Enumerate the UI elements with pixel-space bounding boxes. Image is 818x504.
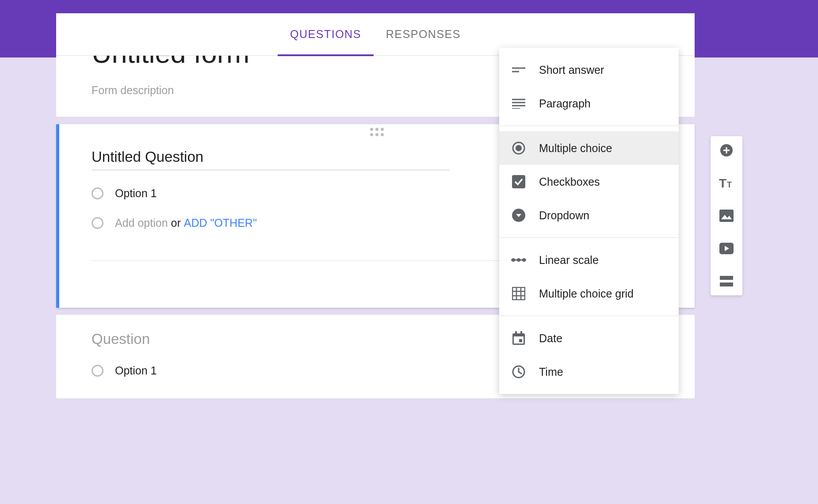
add-section-button[interactable] [719,273,734,289]
type-option-dropdown[interactable]: Dropdown [499,199,679,232]
radio-icon [92,187,103,199]
type-label: Dropdown [539,209,589,222]
type-label: Date [539,332,562,345]
type-label: Multiple choice grid [539,287,634,300]
svg-rect-34 [719,210,734,222]
type-option-grid[interactable]: Multiple choice grid [499,277,679,310]
type-option-linear-scale[interactable]: Linear scale [499,243,679,277]
svg-point-13 [512,258,515,262]
type-label: Multiple choice [539,142,612,155]
option-label: Option 1 [115,364,157,377]
text-icon: TT [719,177,734,189]
drag-handle-icon [370,128,384,136]
question-title-input[interactable] [92,149,450,170]
type-option-paragraph[interactable]: Paragraph [499,87,679,120]
type-option-checkboxes[interactable]: Checkboxes [499,165,679,199]
svg-point-15 [522,258,526,262]
type-label: Short answer [539,64,604,76]
question-type-dropdown: Short answer Paragraph Multiple choice C… [499,48,679,394]
clock-icon [511,364,527,380]
svg-text:T: T [727,180,732,189]
tab-questions[interactable]: QUESTIONS [278,13,374,56]
image-icon [719,210,734,222]
type-label: Time [539,366,563,378]
add-other-button[interactable]: ADD "OTHER" [184,217,257,229]
radio-icon [92,365,103,377]
add-image-button[interactable] [719,208,734,224]
svg-rect-37 [720,283,733,286]
radio-selected-icon [511,140,527,156]
svg-point-14 [517,258,520,262]
add-video-button[interactable] [719,241,734,256]
svg-rect-16 [512,287,525,300]
svg-rect-25 [519,339,522,342]
or-text: or [171,217,181,229]
type-option-date[interactable]: Date [499,321,679,355]
type-label: Paragraph [539,97,591,110]
add-option-button[interactable]: Add option [115,217,168,229]
calendar-icon [511,330,527,346]
linear-scale-icon [511,252,527,268]
paragraph-icon [511,95,527,111]
svg-rect-10 [512,175,525,188]
radio-icon [92,217,103,229]
svg-point-9 [516,145,522,151]
plus-circle-icon [719,143,734,157]
type-option-short-answer[interactable]: Short answer [499,53,679,87]
tab-responses[interactable]: RESPONSES [374,13,473,56]
video-icon [719,243,734,254]
type-option-multiple-choice[interactable]: Multiple choice [499,131,679,165]
svg-rect-23 [515,331,517,335]
option-label[interactable]: Option 1 [115,187,157,200]
type-label: Checkboxes [539,176,600,188]
short-answer-icon [511,62,527,78]
type-option-time[interactable]: Time [499,355,679,389]
svg-line-28 [519,372,521,374]
side-toolbar: TT [711,136,742,295]
section-icon [720,276,733,286]
checkbox-icon [511,174,527,190]
svg-text:T: T [719,177,726,189]
svg-rect-36 [720,276,733,280]
type-label: Linear scale [539,254,599,267]
svg-rect-24 [520,331,522,335]
dropdown-icon [511,207,527,223]
add-question-button[interactable] [719,142,734,158]
add-title-button[interactable]: TT [719,175,734,191]
grid-icon [511,286,527,302]
